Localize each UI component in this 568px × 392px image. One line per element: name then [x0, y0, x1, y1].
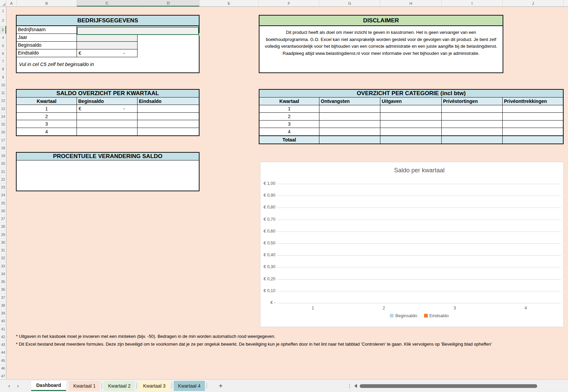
cell-jaar-input[interactable] — [77, 34, 138, 42]
saldo-beginsaldo-cell[interactable] — [77, 120, 138, 128]
categorie-cell[interactable] — [442, 121, 503, 128]
categorie-cell[interactable]: 2 — [259, 113, 319, 121]
categorie-cell[interactable] — [319, 113, 380, 121]
categorie-cell[interactable] — [503, 121, 563, 128]
row-header-5[interactable]: 5 — [0, 42, 6, 50]
row-header-19[interactable]: 19 — [0, 152, 6, 160]
row-header-42[interactable]: 42 — [0, 333, 6, 341]
column-header-j[interactable]: J — [503, 0, 564, 6]
categorie-cell[interactable]: 1 — [259, 105, 319, 113]
categorie-cell[interactable] — [503, 113, 563, 121]
row-header-47[interactable]: 47 — [0, 372, 6, 379]
categorie-cell[interactable] — [442, 113, 503, 121]
categorie-cell[interactable] — [442, 128, 503, 136]
categorie-cell[interactable] — [503, 128, 563, 136]
tab-nav-right-icon[interactable]: › — [14, 383, 22, 389]
categorie-cell[interactable] — [319, 105, 380, 113]
select-all-corner[interactable] — [0, 0, 6, 6]
tab-nav-left-icon[interactable]: ‹ — [5, 383, 14, 389]
column-header-c[interactable]: C — [77, 0, 138, 6]
row-header-39[interactable]: 39 — [0, 309, 6, 317]
row-header-25[interactable]: 25 — [0, 199, 6, 207]
column-header-a[interactable]: A — [6, 0, 17, 6]
row-header-15[interactable]: 15 — [0, 121, 6, 128]
tab-kwartaal-2[interactable]: Kwartaal 2 — [104, 381, 135, 391]
cell-beginsaldo-input[interactable] — [77, 42, 138, 49]
tab-kwartaal-1[interactable]: Kwartaal 1 — [69, 381, 100, 391]
row-header-4[interactable]: 4 — [0, 34, 6, 42]
row-header-35[interactable]: 35 — [0, 278, 6, 286]
row-header-46[interactable]: 46 — [0, 365, 6, 372]
column-header-i[interactable]: I — [442, 0, 503, 6]
scrollbar-thumb[interactable] — [360, 384, 537, 388]
row-header-22[interactable]: 22 — [0, 176, 6, 183]
saldo-eindsaldo-cell[interactable] — [138, 113, 199, 120]
row-header-36[interactable]: 36 — [0, 286, 6, 293]
row-header-6[interactable]: 6 — [0, 50, 6, 58]
row-header-32[interactable]: 32 — [0, 254, 6, 262]
row-header-20[interactable]: 20 — [0, 160, 6, 168]
row-header-16[interactable]: 16 — [0, 128, 6, 136]
row-header-13[interactable]: 13 — [0, 105, 6, 113]
row-header-7[interactable]: 7 — [0, 58, 6, 65]
categorie-cell[interactable]: 4 — [259, 128, 319, 136]
row-header-29[interactable]: 29 — [0, 231, 6, 239]
column-header-e[interactable]: E — [199, 0, 259, 6]
horizontal-scrollbar[interactable] — [359, 384, 566, 388]
tab-kwartaal-3[interactable]: Kwartaal 3 — [139, 381, 170, 391]
tab-kwartaal-4[interactable]: Kwartaal 4 — [174, 381, 205, 391]
saldo-beginsaldo-cell[interactable]: €- — [77, 105, 138, 112]
row-header-3[interactable]: 3 — [0, 26, 6, 34]
row-header-41[interactable]: 41 — [0, 325, 6, 333]
saldo-chart[interactable]: Saldo per kwartaal BeginsaldoEindsaldo €… — [260, 162, 564, 327]
row-header-28[interactable]: 28 — [0, 223, 6, 231]
row-header-45[interactable]: 45 — [0, 357, 6, 365]
categorie-cell[interactable] — [380, 128, 442, 136]
row-header-40[interactable]: 40 — [0, 317, 6, 325]
categorie-total-cell[interactable] — [380, 136, 442, 144]
row-header-37[interactable]: 37 — [0, 294, 6, 302]
categorie-cell[interactable] — [442, 105, 503, 113]
categorie-total-cell[interactable] — [442, 136, 503, 144]
categorie-cell[interactable]: 3 — [259, 121, 319, 128]
saldo-kwartaal-cell[interactable]: 4 — [17, 128, 77, 135]
row-header-30[interactable]: 30 — [0, 239, 6, 246]
row-header-31[interactable]: 31 — [0, 246, 6, 254]
hscroll-left-icon[interactable] — [354, 384, 357, 388]
categorie-total-cell[interactable] — [319, 136, 380, 144]
row-header-38[interactable]: 38 — [0, 302, 6, 309]
saldo-beginsaldo-cell[interactable] — [77, 113, 138, 120]
row-header-44[interactable]: 44 — [0, 349, 6, 356]
add-sheet-button[interactable]: + — [219, 383, 223, 389]
row-header-34[interactable]: 34 — [0, 270, 6, 278]
selected-cell-bedrijfsnaam[interactable] — [77, 27, 199, 35]
row-header-9[interactable]: 9 — [0, 73, 6, 81]
saldo-eindsaldo-cell[interactable] — [138, 120, 199, 128]
categorie-cell[interactable] — [503, 105, 563, 113]
row-header-14[interactable]: 14 — [0, 113, 6, 121]
tab-dashboard[interactable]: Dashboard — [31, 381, 66, 391]
column-header-b[interactable]: B — [17, 0, 77, 6]
saldo-eindsaldo-cell[interactable] — [138, 105, 199, 112]
row-header-11[interactable]: 11 — [0, 89, 6, 97]
row-header-17[interactable]: 17 — [0, 136, 6, 144]
row-header-33[interactable]: 33 — [0, 262, 6, 270]
row-header-43[interactable]: 43 — [0, 341, 6, 349]
saldo-kwartaal-cell[interactable]: 3 — [17, 120, 77, 128]
categorie-cell[interactable] — [380, 105, 442, 113]
categorie-total-cell[interactable] — [503, 136, 563, 144]
row-header-12[interactable]: 12 — [0, 97, 6, 105]
saldo-kwartaal-cell[interactable]: 1 — [17, 105, 77, 112]
column-header-f[interactable]: F — [259, 0, 319, 6]
row-header-2[interactable]: 2 — [0, 15, 6, 26]
categorie-cell[interactable] — [319, 121, 380, 128]
column-header-d[interactable]: D — [138, 0, 199, 6]
saldo-kwartaal-cell[interactable]: 2 — [17, 113, 77, 120]
saldo-beginsaldo-cell[interactable] — [77, 128, 138, 135]
row-header-10[interactable]: 10 — [0, 81, 6, 89]
column-header-h[interactable]: H — [380, 0, 442, 6]
row-header-26[interactable]: 26 — [0, 207, 6, 215]
saldo-eindsaldo-cell[interactable] — [138, 128, 199, 135]
row-header-23[interactable]: 23 — [0, 183, 6, 191]
column-header-g[interactable]: G — [319, 0, 380, 6]
